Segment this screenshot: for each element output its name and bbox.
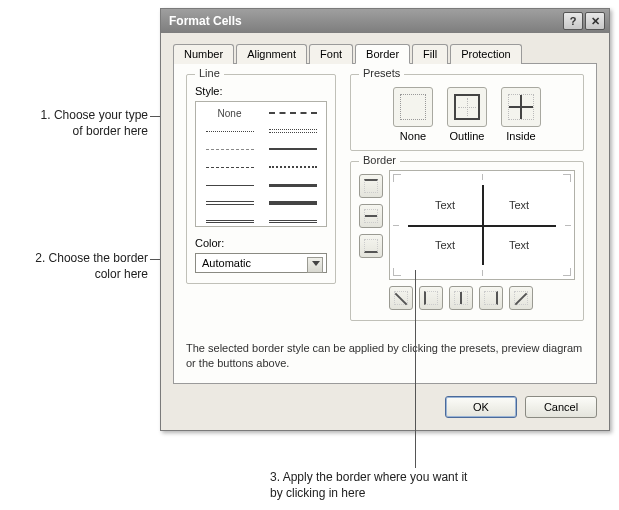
- annotation-text: 3. Apply the border where you want it: [270, 470, 467, 484]
- preset-inside[interactable]: Inside: [501, 87, 541, 142]
- button-label: OK: [473, 401, 489, 413]
- border-left-icon: [424, 291, 438, 305]
- group-title: Line: [195, 67, 224, 79]
- tab-border[interactable]: Border: [355, 44, 410, 64]
- annotation-text: 2. Choose the border: [35, 251, 148, 265]
- group-title: Presets: [359, 67, 404, 79]
- preset-outline-icon: [454, 94, 480, 120]
- annotation-3: 3. Apply the border where you want it by…: [270, 470, 467, 501]
- line-style-list[interactable]: None: [195, 101, 327, 227]
- tab-protection[interactable]: Protection: [450, 44, 522, 64]
- border-diag-up-icon: [514, 291, 528, 305]
- preset-none[interactable]: None: [393, 87, 433, 142]
- border-bottom-button[interactable]: [359, 234, 383, 258]
- annotation-1: 1. Choose your type of border here: [0, 108, 148, 139]
- line-style-option[interactable]: [261, 158, 324, 176]
- preview-tick-icon: [482, 174, 483, 180]
- preview-tick-icon: [565, 225, 571, 226]
- tab-font[interactable]: Font: [309, 44, 353, 64]
- preview-corner-icon: [393, 268, 401, 276]
- question-icon: ?: [570, 15, 577, 27]
- border-left-button[interactable]: [419, 286, 443, 310]
- dialog-body: Number Alignment Font Border Fill Protec…: [161, 33, 609, 430]
- line-style-option[interactable]: [261, 122, 324, 140]
- preview-cell[interactable]: Text: [408, 185, 482, 225]
- annotation-text: by clicking in here: [270, 486, 365, 500]
- tab-alignment[interactable]: Alignment: [236, 44, 307, 64]
- annotation-leader: [415, 270, 416, 468]
- preset-label: Inside: [506, 130, 535, 142]
- preview-corner-icon: [563, 174, 571, 182]
- line-style-option[interactable]: [261, 140, 324, 158]
- preset-outline[interactable]: Outline: [447, 87, 487, 142]
- ok-button[interactable]: OK: [445, 396, 517, 418]
- tab-strip: Number Alignment Font Border Fill Protec…: [173, 43, 597, 64]
- preset-inside-icon: [508, 94, 534, 120]
- line-style-none[interactable]: None: [198, 104, 261, 122]
- close-icon: ✕: [591, 15, 600, 28]
- annotation-2: 2. Choose the border color here: [0, 251, 148, 282]
- preview-cell[interactable]: Text: [482, 185, 556, 225]
- close-button[interactable]: ✕: [585, 12, 605, 30]
- line-style-option[interactable]: [198, 158, 261, 176]
- tab-fill[interactable]: Fill: [412, 44, 448, 64]
- color-dropdown[interactable]: Automatic: [195, 253, 327, 273]
- line-style-option[interactable]: [198, 212, 261, 230]
- border-hmiddle-icon: [364, 209, 378, 223]
- presets-group: Presets None Outline: [350, 74, 584, 151]
- preview-corner-icon: [393, 174, 401, 182]
- border-top-icon: [364, 179, 378, 193]
- format-cells-dialog: Format Cells ? ✕ Number Alignment Font B…: [160, 8, 610, 431]
- line-style-option[interactable]: [261, 104, 324, 122]
- preview-cell[interactable]: Text: [408, 225, 482, 265]
- cancel-button[interactable]: Cancel: [525, 396, 597, 418]
- preset-label: Outline: [450, 130, 485, 142]
- help-button[interactable]: ?: [563, 12, 583, 30]
- line-style-option[interactable]: [198, 122, 261, 140]
- line-style-option[interactable]: [198, 140, 261, 158]
- border-preview[interactable]: Text Text Text Text: [389, 170, 575, 280]
- preset-label: None: [400, 130, 426, 142]
- color-value: Automatic: [202, 257, 251, 269]
- group-title: Border: [359, 154, 400, 166]
- border-diag-up-button[interactable]: [509, 286, 533, 310]
- annotation-text: color here: [95, 267, 148, 281]
- preview-cell[interactable]: Text: [482, 225, 556, 265]
- annotation-text: of border here: [73, 124, 148, 138]
- help-text: The selected border style can be applied…: [186, 341, 584, 371]
- border-group: Border: [350, 161, 584, 321]
- line-style-option[interactable]: [261, 212, 324, 230]
- line-group: Line Style: None: [186, 74, 336, 284]
- button-label: Cancel: [544, 401, 578, 413]
- line-style-option[interactable]: [261, 194, 324, 212]
- border-top-button[interactable]: [359, 174, 383, 198]
- border-right-button[interactable]: [479, 286, 503, 310]
- border-bottom-icon: [364, 239, 378, 253]
- border-hmiddle-button[interactable]: [359, 204, 383, 228]
- border-diag-down-button[interactable]: [389, 286, 413, 310]
- line-style-option[interactable]: [198, 194, 261, 212]
- border-vmiddle-icon: [454, 291, 468, 305]
- border-vmiddle-button[interactable]: [449, 286, 473, 310]
- annotation-text: 1. Choose your type: [41, 108, 148, 122]
- line-style-option[interactable]: [198, 176, 261, 194]
- line-style-option[interactable]: [261, 176, 324, 194]
- preview-tick-icon: [482, 270, 483, 276]
- border-diag-down-icon: [394, 291, 408, 305]
- preview-tick-icon: [393, 225, 399, 226]
- tab-number[interactable]: Number: [173, 44, 234, 64]
- preview-cells: Text Text Text Text: [408, 185, 556, 265]
- border-right-icon: [484, 291, 498, 305]
- preview-corner-icon: [563, 268, 571, 276]
- tab-page-border: Line Style: None: [173, 64, 597, 384]
- chevron-down-icon: [312, 261, 320, 266]
- titlebar[interactable]: Format Cells ? ✕: [161, 9, 609, 33]
- style-label: Style:: [195, 85, 327, 97]
- color-label: Color:: [195, 237, 327, 249]
- window-title: Format Cells: [169, 14, 561, 28]
- preset-none-icon: [400, 94, 426, 120]
